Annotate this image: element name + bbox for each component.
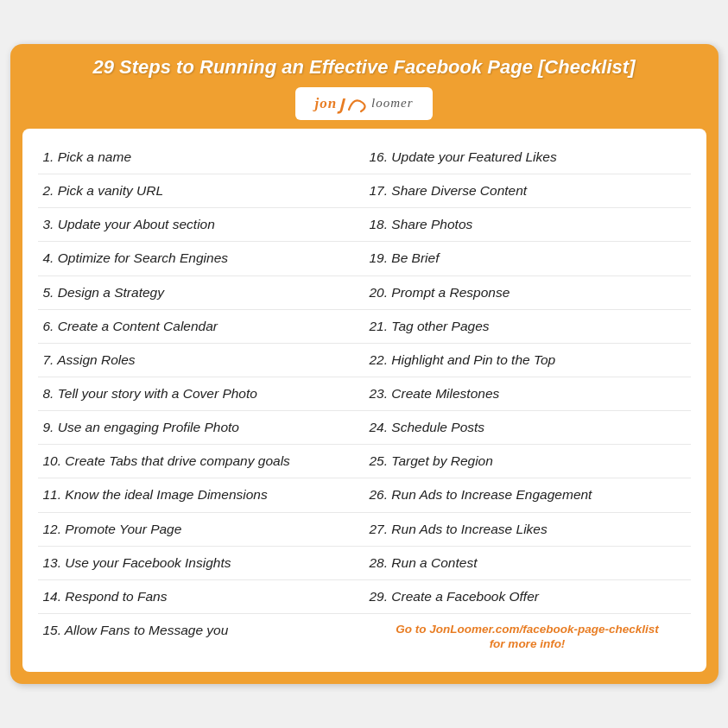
list-item: 11. Know the ideal Image Dimensions [38,478,364,512]
logo-swirl-svg [345,94,370,113]
list-item: 5. Design a Strategy [38,276,364,310]
inner-container: 1. Pick a name2. Pick a vanity URL3. Upd… [22,129,706,672]
list-item: 2. Pick a vanity URL [38,174,364,208]
logo-box: jon ȷ loomer [295,87,432,120]
list-item: 17. Share Diverse Content [364,174,691,208]
logo-part1: jon [314,95,337,112]
cta-text[interactable]: Go to JonLoomer.com/facebook-page-checkl… [364,614,691,660]
list-item: 1. Pick a name [38,141,364,174]
list-item: 7. Assign Roles [38,344,364,377]
list-item: 28. Run a Contest [364,547,691,580]
list-item: 12. Promote Your Page [38,513,364,547]
list-item: 14. Respond to Fans [38,580,364,614]
outer-container: 29 Steps to Running an Effective Faceboo… [10,44,719,684]
list-item: 20. Prompt a Response [364,276,691,310]
checklist-grid: 1. Pick a name2. Pick a vanity URL3. Upd… [38,141,691,660]
list-item: 8. Tell your story with a Cover Photo [38,377,364,411]
list-item: 25. Target by Region [364,445,691,478]
list-item: 19. Be Brief [364,242,691,275]
page-title: 29 Steps to Running an Effective Faceboo… [22,56,706,79]
logo-part2: loomer [371,96,414,111]
list-item: 22. Highlight and Pin to the Top [364,344,691,377]
list-item: 9. Use an engaging Profile Photo [38,411,364,445]
list-item: 4. Optimize for Search Engines [38,242,364,275]
list-item: 23. Create Milestones [364,377,691,411]
list-item: 27. Run Ads to Increase Likes [364,513,691,547]
logo-container: jon ȷ loomer [22,87,706,120]
logo-swirl-icon: ȷ [339,92,344,115]
title-bar: 29 Steps to Running an Effective Faceboo… [22,56,706,79]
list-item: 29. Create a Facebook Offer [364,580,691,614]
list-item: 16. Update your Featured Likes [364,141,691,174]
list-item: 21. Tag other Pages [364,310,691,344]
list-item: 3. Update your About section [38,208,364,242]
right-column: 16. Update your Featured Likes17. Share … [364,141,691,660]
list-item: 18. Share Photos [364,208,691,242]
list-item: 6. Create a Content Calendar [38,310,364,344]
left-column: 1. Pick a name2. Pick a vanity URL3. Upd… [38,141,364,660]
list-item: 10. Create Tabs that drive company goals [38,445,364,478]
list-item: 15. Allow Fans to Message you [38,614,364,647]
list-item: 26. Run Ads to Increase Engagement [364,478,691,512]
list-item: 24. Schedule Posts [364,411,691,445]
list-item: 13. Use your Facebook Insights [38,547,364,580]
